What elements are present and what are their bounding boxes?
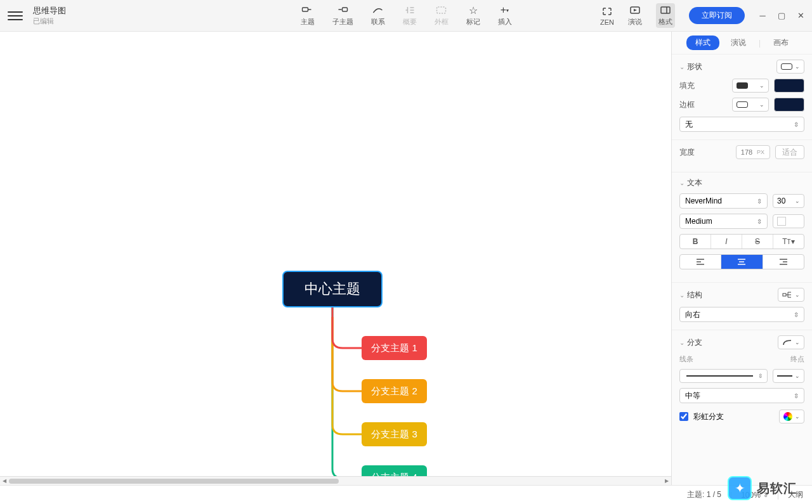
insert-label: 插入 — [498, 17, 512, 27]
align-center-button[interactable] — [721, 255, 763, 269]
font-weight-select[interactable]: Medium⇳ — [679, 214, 768, 229]
watermark: ✦ 易软汇 — [728, 476, 797, 500]
fill-style-select[interactable]: ⌄ — [732, 79, 769, 93]
line-end-select[interactable]: ⌄ — [773, 369, 804, 383]
subscribe-button[interactable]: 立即订阅 — [689, 7, 745, 24]
tab-present[interactable]: 演说 — [722, 36, 755, 50]
marker-button[interactable]: ☆ 标记 — [466, 4, 480, 27]
horizontal-scrollbar[interactable]: ◀ ▶ — [0, 476, 671, 485]
scroll-left-icon[interactable]: ◀ — [0, 477, 9, 485]
svg-rect-5 — [783, 294, 786, 296]
relation-button[interactable]: 联系 — [371, 4, 385, 27]
boundary-icon — [436, 4, 447, 16]
subtopic-label: 子主题 — [332, 17, 353, 27]
chevron-down-icon[interactable]: ⌄ — [679, 339, 684, 346]
border-color[interactable] — [774, 98, 804, 112]
section-width: 宽度 PX 适合 — [672, 139, 812, 172]
branch-topic-3[interactable]: 分支主题 3 — [362, 422, 427, 446]
line-thickness-select[interactable]: 中等⇳ — [679, 388, 804, 403]
topic-button[interactable]: 主题 — [301, 4, 315, 27]
window-controls: ─ ▢ ✕ — [759, 12, 804, 20]
branch-title: 分支 — [687, 337, 702, 348]
fill-color[interactable] — [774, 79, 804, 93]
align-left-button[interactable] — [680, 255, 721, 269]
star-icon: ☆ — [468, 4, 479, 16]
branch-shape-select[interactable]: ⌄ — [778, 335, 804, 349]
tab-style[interactable]: 样式 — [686, 36, 719, 50]
subtopic-icon — [337, 4, 348, 16]
zen-button[interactable]: ZEN — [600, 6, 614, 26]
summary-icon — [404, 4, 416, 16]
marker-label: 标记 — [466, 17, 480, 27]
border-style-select[interactable]: ⌄ — [732, 98, 769, 112]
branch-topic-1[interactable]: 分支主题 1 — [362, 336, 427, 360]
chevron-down-icon[interactable]: ⌄ — [679, 63, 684, 70]
width-input[interactable]: PX — [736, 145, 770, 159]
format-label: 格式 — [658, 17, 672, 27]
topic-label: 主题 — [301, 17, 315, 27]
shape-select[interactable]: ⌄ — [776, 60, 804, 74]
italic-button[interactable]: I — [711, 235, 742, 249]
toolbar-center: 主题 子主题 联系 概要 外框 ☆ 标记 + ▾ 插入 — [301, 4, 512, 27]
logo-icon: ✦ — [728, 476, 752, 500]
textcase-button[interactable]: TT ▾ — [773, 235, 804, 249]
canvas[interactable]: 中心主题 分支主题 1 分支主题 2 分支主题 3 分支主题 4 ◀ ▶ — [0, 32, 671, 485]
structure-select[interactable]: 向右⇳ — [679, 307, 804, 322]
toolbar-right: ZEN 演说 格式 立即订阅 ─ ▢ ✕ — [600, 3, 804, 28]
chevron-down-icon[interactable]: ⌄ — [679, 179, 684, 186]
text-align-group — [679, 254, 804, 269]
minimize-button[interactable]: ─ — [759, 12, 766, 20]
menu-button[interactable] — [8, 8, 23, 23]
status-bar: 主题: 1 / 5 | 100% ⇳ | 大纲 — [0, 485, 812, 504]
format-button[interactable]: 格式 — [656, 3, 675, 28]
rainbow-checkbox[interactable] — [679, 412, 688, 421]
strikethrough-button[interactable]: S — [742, 235, 773, 249]
structure-title: 结构 — [687, 290, 702, 300]
main-area: 中心主题 分支主题 1 分支主题 2 分支主题 3 分支主题 4 ◀ ▶ 样式 … — [0, 32, 812, 485]
central-topic[interactable]: 中心主题 — [282, 271, 383, 307]
end-label: 终点 — [790, 354, 804, 364]
present-button[interactable]: 演说 — [628, 4, 642, 27]
close-button[interactable]: ✕ — [797, 12, 804, 20]
document-title-block: 思维导图 已编辑 — [33, 5, 66, 26]
bold-button[interactable]: B — [680, 235, 711, 249]
rainbow-icon — [783, 412, 792, 421]
relation-label: 联系 — [371, 17, 385, 27]
summary-label: 概要 — [403, 17, 417, 27]
document-status: 已编辑 — [33, 16, 66, 26]
relation-icon — [372, 4, 384, 16]
border-weight-select[interactable]: 无⇳ — [679, 117, 804, 132]
font-color-select[interactable] — [773, 214, 804, 228]
document-title: 思维导图 — [33, 5, 66, 16]
shape-title: 形状 — [687, 61, 702, 72]
maximize-button[interactable]: ▢ — [778, 12, 785, 20]
structure-icon-select[interactable]: ⌄ — [778, 288, 804, 302]
insert-button[interactable]: + ▾ 插入 — [498, 4, 512, 27]
panel-tabs: 样式 演说 | 画布 — [672, 32, 812, 54]
subtopic-button[interactable]: 子主题 — [332, 4, 353, 27]
align-right-button[interactable] — [763, 255, 804, 269]
present-icon — [629, 4, 641, 16]
topic-count-label: 主题: 1 / 5 — [687, 489, 721, 500]
format-icon — [660, 4, 671, 16]
chevron-down-icon[interactable]: ⌄ — [679, 292, 684, 299]
summary-button[interactable]: 概要 — [403, 4, 417, 27]
line-label: 线条 — [679, 354, 693, 364]
boundary-button[interactable]: 外框 — [435, 4, 449, 27]
line-style-select[interactable]: ⇳ — [679, 369, 768, 383]
svg-rect-4 — [661, 7, 670, 13]
scroll-right-icon[interactable]: ▶ — [662, 477, 671, 485]
tab-canvas[interactable]: 画布 — [764, 36, 797, 50]
connectors — [0, 32, 671, 485]
fit-button[interactable]: 适合 — [775, 145, 804, 159]
branch-topic-2[interactable]: 分支主题 2 — [362, 379, 427, 403]
width-label: 宽度 — [679, 147, 695, 158]
fill-label: 填充 — [679, 81, 698, 91]
rainbow-color-select[interactable]: ⌄ — [779, 410, 804, 423]
font-select[interactable]: NeverMind⇳ — [679, 193, 768, 209]
svg-rect-1 — [342, 8, 347, 11]
svg-rect-2 — [437, 7, 446, 13]
text-title: 文本 — [687, 178, 702, 188]
font-size-select[interactable]: 30⌄ — [773, 194, 804, 208]
plus-icon: + ▾ — [499, 4, 511, 16]
